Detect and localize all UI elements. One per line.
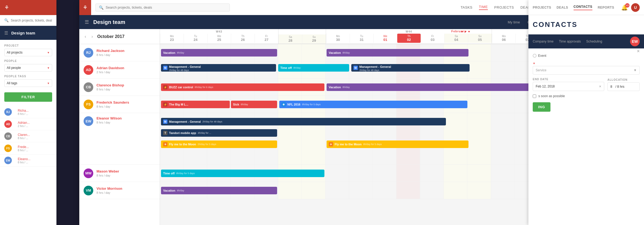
event-title: Tandori mobile app: [169, 131, 196, 135]
right-sub-company-time[interactable]: Company time: [533, 40, 553, 43]
february-arrows: [461, 30, 470, 33]
radio-event[interactable]: [533, 54, 536, 58]
event-adrian-timeoff[interactable]: Time off 8h/day: [278, 64, 349, 72]
nav-link-projects[interactable]: PROJECTS: [494, 5, 514, 9]
person-info-3: Frederick Saunders 8 hrs / day: [96, 100, 155, 108]
cell-3-13: [467, 96, 491, 113]
event-eleanor-tandori[interactable]: T Tandori mobile app 4h/day for ...: [161, 129, 277, 137]
person-name-3[interactable]: Frederick Saunders: [96, 100, 155, 104]
cell-6-6: [302, 182, 325, 199]
overlay-person-hours-0: 8 hrs / ...: [18, 112, 29, 115]
event-sub: 8h/day for 5 days: [363, 143, 382, 146]
event-richard-vacation-1[interactable]: Vacation 8h/day: [161, 49, 277, 57]
event-sub: 2h/day for 48 days: [169, 69, 201, 72]
close-button[interactable]: ×: [637, 48, 640, 54]
overlay-search[interactable]: 🔍: [0, 15, 56, 26]
person-name-0[interactable]: Richard Jackson: [96, 49, 155, 53]
overlay-search-input[interactable]: [11, 19, 52, 22]
person-name-2[interactable]: Clarence Bishop: [96, 83, 155, 87]
overlay-person-info-3: Frede... 8 hrs / ...: [18, 145, 29, 152]
project-filter-value: All projects: [7, 51, 23, 54]
people-panel: ‹ › October 2017 RJ Richard Jackson 8 hr…: [79, 29, 160, 225]
person-name-4[interactable]: Eleanor Wilson: [96, 116, 155, 120]
event-eleanor-mgmt[interactable]: M Management - General 2h/day for 48 day…: [161, 118, 446, 125]
event-victor-vacation[interactable]: Vacation 8h/day: [161, 187, 277, 194]
event-clarence-vacation[interactable]: Vacation 8h/day: [327, 83, 539, 91]
week-44: W44 February Mo30 Tu31: [326, 29, 492, 44]
asap-label: s soon as possible: [538, 94, 565, 98]
week-label-43: W43: [160, 29, 278, 34]
person-avatar-6: VM: [84, 186, 93, 195]
end-date-value: Feb 12, 2018: [536, 85, 555, 88]
next-month-button[interactable]: ›: [90, 33, 94, 40]
hamburger-icon[interactable]: ☰: [85, 19, 89, 25]
event-adrian-mgmt-2[interactable]: M Management - General 2h/day for 48 day…: [351, 64, 470, 72]
event-sub: 8h/day for 6 days: [195, 86, 213, 89]
prev-month-button[interactable]: ‹: [84, 33, 87, 40]
right-nav-contacts[interactable]: CONTACTS: [574, 5, 592, 10]
event-clarence-buzz[interactable]: ⚡ BUZZ car control 8h/day for 6 days: [161, 83, 324, 91]
cell-5-12: [444, 165, 467, 182]
event-type-event[interactable]: Event: [533, 54, 546, 58]
nav-link-time[interactable]: TIME: [479, 5, 488, 10]
cell-5-11: [420, 165, 444, 182]
right-notif-badge[interactable]: 🔔 43: [621, 4, 628, 11]
tags-filter-label: PEOPLE TAGS: [4, 75, 52, 78]
overlay-person-name-0: Richa...: [18, 109, 29, 112]
service-dropdown[interactable]: Service ▼: [533, 66, 640, 75]
search-bar[interactable]: 🔍: [95, 3, 230, 12]
search-icon: 🔍: [99, 5, 103, 10]
event-eleanor-moon-2[interactable]: ✈ Fly me to the Moon 8h/day for 5 days: [327, 140, 468, 148]
event-fred-sick[interactable]: Sick 8h/day: [231, 101, 277, 108]
week-43: W43 Mo23 Tu24 We25 Th26 Fr27: [160, 29, 278, 44]
event-richard-vacation-2[interactable]: Vacation 8h/day: [327, 49, 468, 57]
person-name-1[interactable]: Adrian Davidson: [96, 66, 155, 70]
search-input[interactable]: [106, 5, 226, 9]
person-name-5[interactable]: Mason Weber: [96, 169, 155, 173]
event-eleanor-moon-1[interactable]: ✈ Fly me to the Moon 2h/day for 5 days: [161, 140, 277, 148]
overlay-person-2: CB Claren... 8 hrs / ...: [0, 130, 56, 142]
save-booking-button[interactable]: ING: [533, 102, 550, 112]
sub-nav-my-time[interactable]: My time: [508, 20, 520, 24]
overlay-avatar-1: AD: [4, 120, 12, 128]
nav-link-tasks[interactable]: TASKS: [461, 5, 473, 9]
allocation-input[interactable]: 8 / 8 hrs: [607, 82, 640, 91]
cell-5-7: [325, 165, 349, 182]
right-nav-projects[interactable]: PROJECTS: [533, 6, 551, 9]
cell-5-10: [396, 165, 420, 182]
people-filter-arrow: ▼: [47, 66, 50, 69]
tags-filter-select[interactable]: All tags ▼: [4, 79, 52, 87]
right-user-avatar[interactable]: U: [631, 3, 640, 12]
right-sub-time-approvals[interactable]: Time approvals: [559, 40, 581, 43]
overlay-hamburger[interactable]: ☰: [4, 30, 8, 36]
event-title: Management - General: [169, 65, 201, 68]
event-adrian-mgmt-1[interactable]: M Management - General 2h/day for 48 day…: [161, 64, 276, 72]
right-nav-reports[interactable]: REPORTS: [598, 6, 614, 9]
right-sub-scheduling[interactable]: Scheduling: [586, 40, 602, 43]
event-fred-bigml[interactable]: ⚡ The Big M L...: [161, 101, 230, 108]
cell-5-14: [491, 165, 515, 182]
right-nav-deals[interactable]: DEALS: [557, 6, 568, 9]
day-fr-03: Fr03: [421, 34, 444, 43]
app-logo[interactable]: ⚘: [79, 0, 91, 15]
overlay-people-list: RJ Richa... 8 hrs / ... AD Adrian... 2 h…: [0, 106, 56, 167]
person-avatar-0: RJ: [84, 48, 93, 58]
asap-checkbox[interactable]: [533, 94, 536, 98]
event-icon-buzz: ⚡: [163, 85, 167, 89]
event-mason-timeoff[interactable]: Time off 8h/day for 5 days: [161, 170, 324, 177]
date-clear-button[interactable]: ×: [599, 84, 601, 89]
filter-button[interactable]: FILTER: [4, 92, 52, 102]
people-filter-select[interactable]: All people ▼: [4, 64, 52, 72]
person-name-6[interactable]: Victor Morrison: [96, 187, 155, 191]
right-panel-top: PROJECTS DEALS CONTACTS REPORTS 🔔 43 U: [528, 0, 644, 15]
event-fred-nfl[interactable]: ❄ NFL 2016 8h/day for 5 days: [279, 101, 467, 108]
end-date-input[interactable]: Feb 12, 2018 ×: [533, 82, 604, 91]
person-row: FS Frederick Saunders 8 hrs / day: [79, 96, 160, 113]
allocation-value: 8: [610, 85, 612, 89]
day-mo-30: Mo30: [326, 34, 350, 43]
service-placeholder: Service: [536, 68, 546, 72]
overlay-person-info-1: Adrian... 2 hrs / ...: [18, 121, 30, 128]
project-filter-select[interactable]: All projects ▼: [4, 49, 52, 56]
allocation-label: ALLOCATION: [607, 78, 640, 81]
overlay-person-name-4: Eleano...: [18, 157, 30, 161]
